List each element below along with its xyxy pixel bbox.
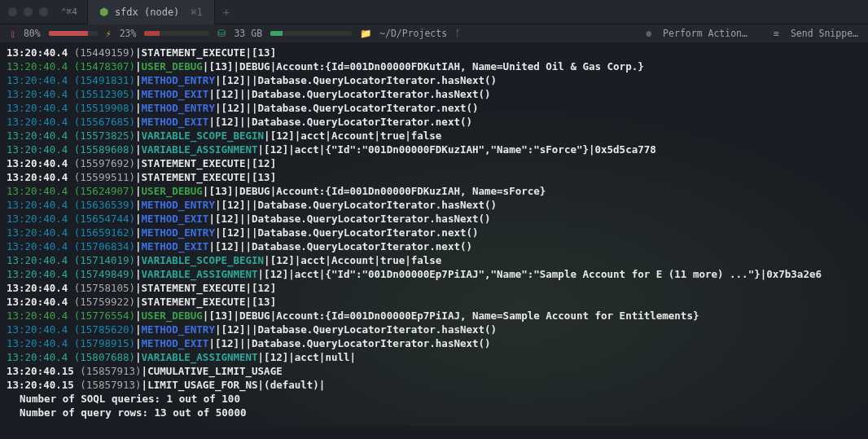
log-line: 13:20:40.4 (15589608)|VARIABLE_ASSIGNMEN… <box>7 143 861 156</box>
log-line: 13:20:40.4 (15659162)|METHOD_ENTRY|[12]|… <box>7 226 861 239</box>
log-line: 13:20:40.4 (15519908)|METHOD_ENTRY|[12]|… <box>7 101 861 115</box>
titlebar-shortcut: ⌃⌘4 <box>61 7 77 17</box>
menu-icon: ≡ <box>774 28 779 39</box>
log-line: 13:20:40.4 (15807688)|VARIABLE_ASSIGNMEN… <box>7 350 861 364</box>
cpu-pct: 23% <box>120 28 137 39</box>
lightning-icon: ⚡ <box>106 28 112 39</box>
limit-line: Number of query rows: 13 out of 50000 <box>7 406 861 419</box>
perform-action-link[interactable]: Perform Action… <box>663 28 747 39</box>
node-icon: ⬢ <box>99 6 108 18</box>
log-line: 13:20:40.4 (15567685)|METHOD_EXIT|[12]||… <box>7 115 861 129</box>
folder-icon: 📁 <box>360 28 371 39</box>
log-line: 13:20:40.4 (15759922)|STATEMENT_EXECUTE|… <box>7 295 861 309</box>
log-line: 13:20:40.15 (15857913)|LIMIT_USAGE_FOR_N… <box>7 378 861 392</box>
log-line: 13:20:40.4 (15785620)|METHOD_ENTRY|[12]|… <box>7 323 861 336</box>
log-line: 13:20:40.4 (15512305)|METHOD_EXIT|[12]||… <box>7 87 861 101</box>
battery-bar <box>49 31 98 36</box>
cwd-path: ~/D/Projects <box>379 28 447 39</box>
limit-line: Number of SOQL queries: 1 out of 100 <box>7 392 861 406</box>
log-line: 13:20:40.4 (15636539)|METHOD_ENTRY|[12]|… <box>7 198 861 212</box>
log-line: 13:20:40.4 (15654744)|METHOD_EXIT|[12]||… <box>7 212 861 226</box>
log-line: 13:20:40.4 (15776554)|USER_DEBUG|[13]|DE… <box>7 309 861 323</box>
send-snippet-link[interactable]: Send Snippe… <box>791 28 858 39</box>
gear-icon: ⊚ <box>646 28 651 39</box>
disk-icon: ⛁ <box>217 28 226 39</box>
window-controls[interactable] <box>8 7 48 16</box>
battery-icon: ▯ <box>10 28 15 39</box>
log-line: 13:20:40.4 (15798915)|METHOD_EXIT|[12]||… <box>7 336 861 350</box>
log-line: 13:20:40.4 (15478307)|USER_DEBUG|[13]|DE… <box>7 59 861 73</box>
log-line: 13:20:40.15 (15857913)|CUMULATIVE_LIMIT_… <box>7 364 861 378</box>
close-icon[interactable] <box>8 7 17 16</box>
tab-sfdx[interactable]: ⬢ sfdx (node) ⌘1 <box>87 0 215 24</box>
log-line: 13:20:40.4 (15749849)|VARIABLE_ASSIGNMEN… <box>7 267 861 281</box>
tab-shortcut: ⌘1 <box>191 7 202 18</box>
battery-pct: 80% <box>24 28 41 39</box>
log-line: 13:20:40.4 (15624907)|USER_DEBUG|[13]|DE… <box>7 184 861 198</box>
log-line: 13:20:40.4 (15714019)|VARIABLE_SCOPE_BEG… <box>7 253 861 267</box>
log-line: 13:20:40.4 (15573825)|VARIABLE_SCOPE_BEG… <box>7 129 861 143</box>
minimize-icon[interactable] <box>24 7 33 16</box>
disk-bar <box>270 31 352 36</box>
statusbar: ▯ 80% ⚡ 23% ⛁ 33 GB 📁 ~/D/Projects ᚶ ⊚ P… <box>0 24 868 42</box>
disk-size: 33 GB <box>234 28 262 39</box>
titlebar: ⌃⌘4 ⬢ sfdx (node) ⌘1 + <box>0 0 868 24</box>
tab-label: sfdx (node) <box>115 7 179 18</box>
zoom-icon[interactable] <box>39 7 48 16</box>
log-line: 13:20:40.4 (15706834)|METHOD_EXIT|[12]||… <box>7 239 861 253</box>
branch-icon: ᚶ <box>455 28 461 39</box>
new-tab-button[interactable]: + <box>223 6 230 19</box>
log-line: 13:20:40.4 (15491831)|METHOD_ENTRY|[12]|… <box>7 73 861 87</box>
log-line: 13:20:40.4 (15599511)|STATEMENT_EXECUTE|… <box>7 170 861 184</box>
log-line: 13:20:40.4 (15758105)|STATEMENT_EXECUTE|… <box>7 281 861 295</box>
log-line: 13:20:40.4 (15449159)|STATEMENT_EXECUTE|… <box>7 46 861 59</box>
log-line: 13:20:40.4 (15597692)|STATEMENT_EXECUTE|… <box>7 156 861 170</box>
cpu-bar <box>144 31 209 36</box>
terminal-output[interactable]: 13:20:40.4 (15449159)|STATEMENT_EXECUTE|… <box>0 42 868 426</box>
